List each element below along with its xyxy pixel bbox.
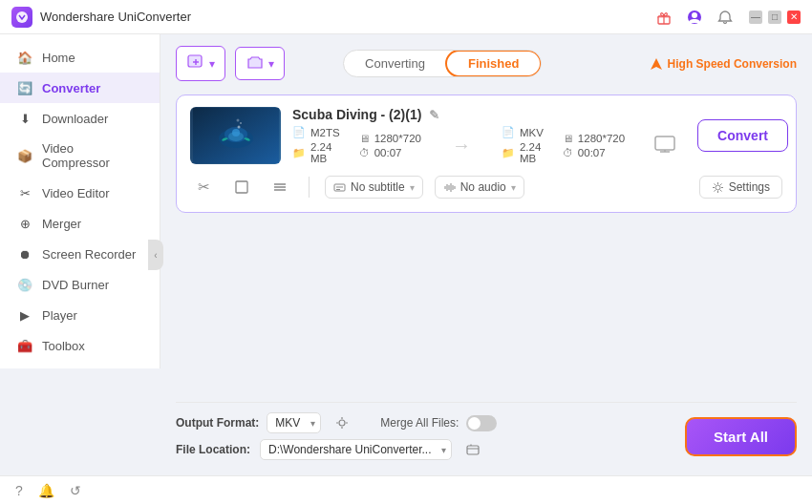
sidebar-wrapper: 🏠 Home 🔄 Converter ⬇ Downloader 📦 Video … [0,34,160,475]
file-title: Scuba Diving - (2)(1) ✎ [292,107,686,122]
main-layout: 🏠 Home 🔄 Converter ⬇ Downloader 📦 Video … [0,34,812,475]
close-button[interactable]: ✕ [787,10,801,24]
svg-point-19 [339,420,345,426]
bell-icon[interactable] [716,9,734,26]
sidebar-item-video-compressor[interactable]: 📦 Video Compressor [0,134,160,178]
subtitle-select[interactable]: No subtitle ▾ [325,176,423,199]
sidebar-label-dvd-burner: DVD Burner [42,278,109,292]
high-speed-conversion[interactable]: High Speed Conversion [650,57,797,71]
converter-icon: 🔄 [17,80,32,95]
add-url-dropdown[interactable]: ▾ [268,57,274,71]
subtitle-dropdown-arrow: ▾ [410,182,415,193]
settings-label: Settings [729,180,770,194]
target-duration-row: ⏱ 00:07 [563,147,625,158]
tab-group: Converting Finished [343,50,542,77]
merge-files-toggle[interactable] [466,415,497,431]
sidebar-label-screen-recorder: Screen Recorder [42,247,136,262]
camera-icon [246,52,265,74]
player-icon: ▶ [17,307,32,323]
sidebar-collapse-button[interactable]: ‹ [148,240,163,270]
app-logo [11,7,32,28]
svg-rect-16 [236,181,247,193]
crop-icon-button[interactable] [228,174,255,200]
start-all-button[interactable]: Start All [685,417,797,456]
convert-button[interactable]: Convert [697,119,788,152]
add-url-button[interactable]: ▾ [235,47,285,80]
output-format-settings-icon[interactable] [334,415,350,430]
tab-finished[interactable]: Finished [445,50,542,77]
file-location-label: File Location: [176,443,252,456]
video-compressor-icon: 📦 [17,148,32,163]
edit-title-icon[interactable]: ✎ [429,108,439,122]
video-editor-icon: ✂ [17,185,32,200]
user-icon[interactable] [686,9,703,26]
content-spacer [176,213,797,402]
source-resolution-row: 🖥 1280*720 [359,133,421,144]
source-size: 2.24 MB [310,141,340,164]
downloader-icon: ⬇ [17,111,32,126]
sidebar-label-player: Player [42,308,77,323]
tab-converting[interactable]: Converting [344,51,446,76]
output-format-select[interactable]: MKV MP4 AVI [267,412,321,433]
sidebar-item-converter[interactable]: 🔄 Converter [0,73,160,103]
sidebar-item-downloader[interactable]: ⬇ Downloader [0,103,160,134]
content-area: ▾ ▾ Converting Finished High Speed Conve… [160,34,812,475]
sidebar-item-screen-recorder[interactable]: ⏺ Screen Recorder [0,239,160,269]
sidebar-label-downloader: Downloader [42,112,108,126]
target-duration: 00:07 [578,147,606,158]
sidebar-label-video-editor: Video Editor [42,186,110,200]
subtitle-label: No subtitle [351,180,405,194]
output-format-label: Output Format: [176,416,259,430]
file-location-select[interactable]: D:\Wondershare UniConverter... [260,439,452,460]
source-duration: 00:07 [374,147,402,158]
home-icon: 🏠 [17,50,32,65]
bottom-left: Output Format: MKV MP4 AVI Merge All Fil… [176,412,666,460]
file-location-browse-icon[interactable] [465,442,481,457]
window-controls: — □ ✕ [749,10,801,24]
sidebar-label-toolbox: Toolbox [42,339,85,353]
add-files-button[interactable]: ▾ [176,46,225,81]
titlebar-action-icons [655,9,734,26]
minimize-button[interactable]: — [749,10,762,24]
sidebar-item-player[interactable]: ▶ Player [0,300,160,330]
target-size-row: 📁 2.24 MB [502,141,544,164]
cut-icon-button[interactable]: ✂ [190,174,217,200]
file-location-wrapper: D:\Wondershare UniConverter... [260,439,452,460]
svg-point-13 [240,122,242,124]
clock-icon: ⏱ [359,147,370,158]
sidebar-item-merger[interactable]: ⊕ Merger [0,208,160,239]
target-meta2: 🖥 1280*720 ⏱ 00:07 [563,133,625,158]
file-card-top: Scuba Diving - (2)(1) ✎ 📄 M2TS 📁 [190,107,782,164]
conversion-arrow: → [440,135,482,157]
effects-icon-button[interactable] [267,174,293,200]
file-icon: 📄 [292,126,306,138]
resolution-icon: 🖥 [359,133,370,144]
add-files-dropdown[interactable]: ▾ [209,57,215,71]
sidebar-label-video-compressor: Video Compressor [42,141,142,170]
sidebar-item-dvd-burner[interactable]: 💿 DVD Burner [0,269,160,300]
target-file-icon: 📄 [502,126,515,138]
file-meta: 📄 M2TS 📁 2.24 MB 🖥 1280*720 [292,126,686,164]
gift-icon[interactable] [655,9,673,26]
notification-icon[interactable]: 🔔 [38,483,54,498]
svg-point-3 [692,12,697,18]
output-format-wrapper: MKV MP4 AVI [267,412,321,433]
source-duration-row: ⏱ 00:07 [359,147,421,158]
source-meta2: 🖥 1280*720 ⏱ 00:07 [359,133,421,158]
source-format-row: 📄 M2TS [292,126,340,138]
sidebar-item-home[interactable]: 🏠 Home [0,42,160,73]
feedback-icon[interactable]: ↺ [70,483,81,498]
target-resolution-row: 🖥 1280*720 [563,133,625,144]
maximize-button[interactable]: □ [768,10,781,24]
source-format: M2TS [310,127,340,138]
sidebar-item-video-editor[interactable]: ✂ Video Editor [0,178,160,208]
sidebar-item-toolbox[interactable]: 🧰 Toolbox [0,330,160,361]
add-file-icon [186,52,205,75]
merge-files-toggle-group: Merge All Files: [380,415,497,431]
source-size-row: 📁 2.24 MB [292,141,340,164]
file-card: Scuba Diving - (2)(1) ✎ 📄 M2TS 📁 [176,94,797,213]
settings-button[interactable]: Settings [699,176,782,199]
audio-select[interactable]: No audio ▾ [435,176,524,199]
help-icon[interactable]: ? [15,483,23,498]
file-tools: ✂ No subtitle ▾ No audio [190,174,782,200]
